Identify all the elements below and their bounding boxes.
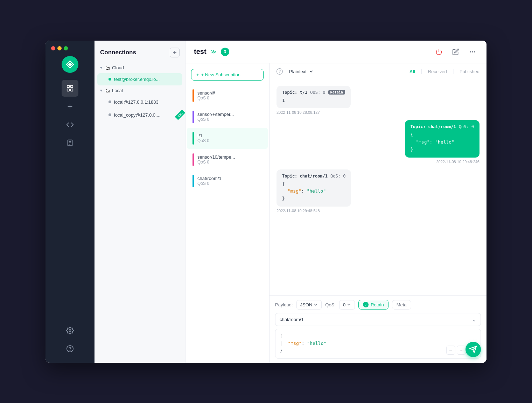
sub-info-5: chat/room/1 QoS 0: [197, 176, 222, 186]
sub-color-bar-4: [192, 153, 194, 166]
help-icon: [66, 345, 74, 353]
message-2-line2: "msg": "hello": [411, 139, 474, 146]
app-window: Connections ▼ 🗂 Cloud test@broker.emqx.i…: [46, 41, 486, 363]
message-1-bubble: Topic: t/1 QoS: 0 Retain 1: [276, 86, 351, 109]
cloud-group-arrow: ▼: [99, 66, 103, 70]
filter-tab-received[interactable]: Received: [428, 68, 447, 75]
subscription-item-sensor10[interactable]: sensor/10/tempe... QoS 0: [187, 149, 268, 170]
message-3-time: 2022-11-08 10:29:48:548: [276, 209, 351, 213]
sub-topic-1: sensor/#: [197, 90, 215, 96]
sub-info-4: sensor/10/tempe... QoS 0: [197, 154, 235, 165]
message-2-bubble: Topic: chat/room/1 QoS: 0 { "msg": "hell…: [405, 120, 479, 157]
sub-qos-4: QoS 0: [197, 160, 235, 165]
local-group-name: Local: [112, 88, 123, 93]
sub-qos-5: QoS 0: [197, 181, 222, 186]
message-2-line3: }: [411, 146, 474, 153]
filter-tab-all[interactable]: All: [410, 68, 415, 75]
connections-title: Connections: [100, 49, 136, 56]
logo-icon: [65, 60, 75, 69]
payload-line-1: {: [280, 333, 476, 340]
more-options-button[interactable]: [467, 46, 478, 57]
sidebar-item-add[interactable]: [62, 98, 78, 115]
sub-info-2: sensor/+/temper... QoS 0: [197, 112, 234, 122]
message-2-line1: {: [411, 131, 474, 139]
meta-button[interactable]: Meta: [392, 300, 411, 310]
payload-format-select[interactable]: JSON: [296, 300, 322, 310]
sidebar-item-data[interactable]: [62, 134, 78, 151]
send-message-button[interactable]: [465, 342, 481, 357]
sidebar-item-connections[interactable]: [62, 80, 78, 97]
svg-point-11: [69, 329, 71, 332]
payload-nav-left[interactable]: ←: [446, 346, 455, 355]
subscription-item-t1[interactable]: t/1 QoS 0: [187, 128, 268, 149]
topic-input[interactable]: [280, 317, 472, 322]
message-3-line3: }: [282, 195, 345, 202]
add-connection-button[interactable]: [170, 48, 180, 57]
format-dropdown-icon: [309, 69, 314, 74]
sub-topic-5: chat/room/1: [197, 176, 222, 181]
filter-tab-published[interactable]: Published: [460, 68, 479, 75]
new-subscription-button[interactable]: + + New Subscription: [191, 69, 264, 81]
message-2-qos: QoS: 0: [459, 124, 474, 129]
disconnect-button[interactable]: [433, 46, 444, 57]
sidebar-item-help[interactable]: [62, 340, 78, 357]
topic-input-row: ⌄: [275, 313, 481, 326]
svg-rect-1: [67, 85, 69, 87]
message-3-line1: {: [282, 181, 345, 188]
message-2-topic: Topic: chat/room/1: [411, 124, 456, 129]
nav-bottom: [62, 322, 78, 357]
connection-name-local: local@127.0.0.1:1883: [114, 99, 159, 105]
add-icon: [66, 103, 74, 110]
sidebar-item-settings[interactable]: [62, 322, 78, 339]
publisher-controls: Payload: JSON QoS: 0: [275, 300, 481, 310]
edit-connection-button[interactable]: [450, 46, 461, 57]
message-1-time: 2022-11-08 10:28:08:127: [276, 110, 351, 114]
connection-item-test[interactable]: test@broker.emqx.io...: [97, 73, 182, 85]
main-connection-title: test: [194, 48, 206, 56]
connection-item-local[interactable]: local@127.0.0.1:1883: [97, 96, 182, 108]
sub-topic-2: sensor/+/temper...: [197, 112, 234, 117]
connection-status-offline-local: [108, 100, 111, 103]
send-icon: [469, 346, 477, 353]
retain-label: Retain: [371, 302, 384, 307]
svg-point-19: [474, 51, 475, 52]
minimize-button[interactable]: [57, 46, 62, 50]
qos-value: 0: [343, 302, 345, 307]
subscription-list: sensor/# QoS 0 sensor/+/temper... QoS 0: [186, 85, 269, 363]
publisher-area: Payload: JSON QoS: 0: [270, 295, 486, 362]
settings-icon: [66, 327, 74, 334]
message-2-time: 2022-11-08 10:29:48:246: [405, 160, 479, 164]
message-2-header: Topic: chat/room/1 QoS: 0: [411, 124, 474, 129]
cloud-group-header[interactable]: ▼ 🗂 Cloud: [94, 63, 185, 73]
format-selector[interactable]: Plaintext: [286, 68, 316, 76]
subscription-item-sensor-hash[interactable]: sensor/# QoS 0: [187, 85, 268, 106]
main-header: test ≫ 3: [186, 41, 486, 63]
sub-qos-1: QoS 0: [197, 96, 215, 100]
maximize-button[interactable]: [64, 46, 68, 50]
qos-select[interactable]: 0: [339, 300, 355, 310]
qos-chevron-icon: [347, 303, 351, 307]
format-help-icon[interactable]: ?: [276, 68, 283, 75]
publisher-wrapper: Payload: JSON QoS: 0: [270, 295, 486, 362]
edit-icon: [452, 48, 459, 55]
retain-button[interactable]: ✓ Retain: [358, 300, 388, 310]
connection-name-local-copy: local_copy@127.0.0....: [114, 112, 160, 118]
subscription-item-sensor-temp[interactable]: sensor/+/temper... QoS 0: [187, 106, 268, 127]
local-group-header[interactable]: ▼ 🗂 Local: [94, 86, 185, 96]
close-button[interactable]: [51, 46, 55, 50]
sidebar-item-code[interactable]: [62, 116, 78, 133]
connections-panel: Connections ▼ 🗂 Cloud test@broker.emqx.i…: [94, 41, 186, 363]
sub-info-3: t/1 QoS 0: [197, 133, 209, 143]
local-folder-icon: 🗂: [105, 88, 110, 93]
subscription-item-chatroom[interactable]: chat/room/1 QoS 0: [187, 171, 268, 192]
messages-list: Topic: t/1 QoS: 0 Retain 1 2022-11-08 10…: [270, 80, 486, 296]
qos-label: QoS:: [325, 302, 336, 307]
message-2-sent: Topic: chat/room/1 QoS: 0 { "msg": "hell…: [405, 120, 479, 164]
connection-item-local-copy[interactable]: local_copy@127.0.0.... SSL: [97, 109, 182, 121]
payload-nav-minus[interactable]: −: [457, 346, 466, 355]
main-header-right: [433, 46, 478, 57]
connections-icon: [66, 84, 74, 92]
message-2-content: { "msg": "hello" }: [411, 131, 474, 153]
payload-area: { | "msg": "hello" } ← − →: [275, 329, 481, 358]
topic-expand-icon[interactable]: ⌄: [472, 316, 476, 323]
